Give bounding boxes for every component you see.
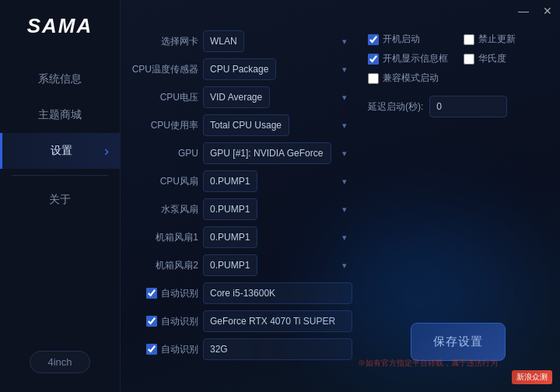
- case-fan1-row: 机箱风扇1 0.PUMP1: [127, 226, 352, 249]
- cpu-temp-select[interactable]: CPU Package: [203, 58, 276, 80]
- pump-fan-row: 水泵风扇 0.PUMP1: [127, 198, 352, 221]
- settings-panel: 选择网卡 WLAN CPU温度传感器 CPU Package CPU电压: [121, 22, 560, 392]
- stop-update-label: 禁止更新: [478, 33, 516, 46]
- cpu-usage-select[interactable]: Total CPU Usage: [203, 114, 289, 136]
- cpu-voltage-select-wrapper: VID Average: [203, 86, 352, 108]
- autostart-option: 开机启动: [368, 33, 453, 46]
- form-column: 选择网卡 WLAN CPU温度传感器 CPU Package CPU电压: [127, 30, 352, 384]
- ram-size-input[interactable]: [203, 338, 352, 360]
- cpu-temp-label: CPU温度传感器: [127, 63, 198, 76]
- autostart-display-option: 开机显示信息框: [368, 52, 453, 65]
- auto-detect-gpu-checkbox-label: 自动识别: [127, 315, 198, 328]
- autostart-label: 开机启动: [383, 33, 420, 46]
- auto-detect-ram-row: 自动识别: [127, 338, 352, 361]
- device-badge: 4inch: [30, 351, 89, 373]
- autostart-checkbox[interactable]: [368, 34, 379, 45]
- auto-detect-cpu-checkbox-label: 自动识别: [127, 287, 198, 300]
- auto-detect-cpu-row: 自动识别: [127, 282, 352, 305]
- close-button[interactable]: ✕: [543, 5, 552, 17]
- network-card-label: 选择网卡: [127, 35, 198, 48]
- compat-mode-label: 兼容模式启动: [383, 72, 439, 85]
- watermark-text: ※如有官方指定平台转载，属于违法行为: [358, 358, 498, 369]
- cpu-usage-label: CPU使用率: [127, 119, 198, 132]
- options-column: 开机启动 禁止更新 开机显示信息框 华氏度 兼容模式启动: [360, 30, 548, 384]
- gpu-select-wrapper: GPU [#1]: NVIDIA GeForce: [203, 142, 352, 164]
- minimize-button[interactable]: —: [518, 5, 529, 17]
- delay-row: 延迟启动(秒):: [368, 96, 548, 117]
- sidebar-item-about[interactable]: 关于: [0, 182, 120, 218]
- pump-fan-label: 水泵风扇: [127, 203, 198, 216]
- sidebar-item-settings[interactable]: 设置: [0, 133, 120, 169]
- case-fan2-select-wrapper: 0.PUMP1: [203, 254, 352, 276]
- sidebar-item-themes[interactable]: 主题商城: [0, 97, 120, 133]
- network-card-select-wrapper: WLAN: [203, 30, 352, 52]
- titlebar: — ✕: [121, 0, 560, 22]
- main-content: — ✕ 选择网卡 WLAN CPU温度传感器 CPU Package: [121, 0, 560, 392]
- auto-detect-ram-checkbox[interactable]: [146, 344, 157, 355]
- compat-mode-checkbox[interactable]: [368, 73, 379, 84]
- delay-label: 延迟启动(秒):: [368, 100, 423, 114]
- cpu-temp-select-wrapper: CPU Package: [203, 58, 352, 80]
- autostart-display-label: 开机显示信息框: [383, 52, 448, 65]
- fahrenheit-option: 华氏度: [464, 52, 548, 65]
- case-fan2-row: 机箱风扇2 0.PUMP1: [127, 254, 352, 277]
- fahrenheit-checkbox[interactable]: [464, 54, 474, 65]
- auto-detect-ram-label: 自动识别: [161, 343, 198, 356]
- auto-detect-gpu-checkbox[interactable]: [146, 316, 157, 327]
- case-fan1-select[interactable]: 0.PUMP1: [203, 226, 257, 248]
- network-card-row: 选择网卡 WLAN: [127, 30, 352, 53]
- stop-update-option: 禁止更新: [464, 33, 548, 46]
- case-fan2-label: 机箱风扇2: [127, 259, 198, 272]
- options-checkboxes: 开机启动 禁止更新 开机显示信息框 华氏度 兼容模式启动: [368, 33, 548, 85]
- auto-detect-ram-checkbox-label: 自动识别: [127, 343, 198, 356]
- cpu-fan-select-wrapper: 0.PUMP1: [203, 170, 352, 192]
- save-button[interactable]: 保存设置: [411, 323, 506, 361]
- cpu-voltage-row: CPU电压 VID Average: [127, 86, 352, 109]
- pump-fan-select-wrapper: 0.PUMP1: [203, 198, 352, 220]
- gpu-select[interactable]: GPU [#1]: NVIDIA GeForce: [203, 142, 331, 164]
- nav-divider: [12, 175, 107, 176]
- case-fan1-select-wrapper: 0.PUMP1: [203, 226, 352, 248]
- delay-input[interactable]: [429, 96, 507, 117]
- auto-detect-gpu-row: 自动识别: [127, 310, 352, 333]
- cpu-fan-select[interactable]: 0.PUMP1: [203, 170, 257, 192]
- xinlang-badge: 新浪众测: [512, 370, 552, 384]
- cpu-model-input[interactable]: [203, 282, 352, 304]
- gpu-row: GPU GPU [#1]: NVIDIA GeForce: [127, 142, 352, 165]
- gpu-label: GPU: [127, 148, 198, 159]
- cpu-temp-row: CPU温度传感器 CPU Package: [127, 58, 352, 81]
- case-fan2-select[interactable]: 0.PUMP1: [203, 254, 257, 276]
- auto-detect-gpu-label: 自动识别: [161, 315, 198, 328]
- autostart-display-checkbox[interactable]: [368, 54, 379, 65]
- pump-fan-select[interactable]: 0.PUMP1: [203, 198, 257, 220]
- app-logo: SAMA: [27, 14, 93, 38]
- fahrenheit-label: 华氏度: [478, 52, 506, 65]
- compat-mode-option: 兼容模式启动: [368, 72, 453, 85]
- sidebar: SAMA 系统信息 主题商城 设置 关于 4inch: [0, 0, 121, 392]
- network-card-select[interactable]: WLAN: [203, 30, 244, 52]
- cpu-usage-select-wrapper: Total CPU Usage: [203, 114, 352, 136]
- cpu-fan-label: CPU风扇: [127, 175, 198, 188]
- auto-detect-cpu-label: 自动识别: [161, 287, 198, 300]
- cpu-fan-row: CPU风扇 0.PUMP1: [127, 170, 352, 193]
- cpu-voltage-select[interactable]: VID Average: [203, 86, 270, 108]
- cpu-usage-row: CPU使用率 Total CPU Usage: [127, 114, 352, 137]
- stop-update-checkbox[interactable]: [464, 34, 474, 45]
- case-fan1-label: 机箱风扇1: [127, 231, 198, 244]
- auto-detect-cpu-checkbox[interactable]: [146, 288, 157, 299]
- sidebar-item-sysinfo[interactable]: 系统信息: [0, 61, 120, 97]
- cpu-voltage-label: CPU电压: [127, 91, 198, 104]
- gpu-model-input[interactable]: [203, 310, 352, 332]
